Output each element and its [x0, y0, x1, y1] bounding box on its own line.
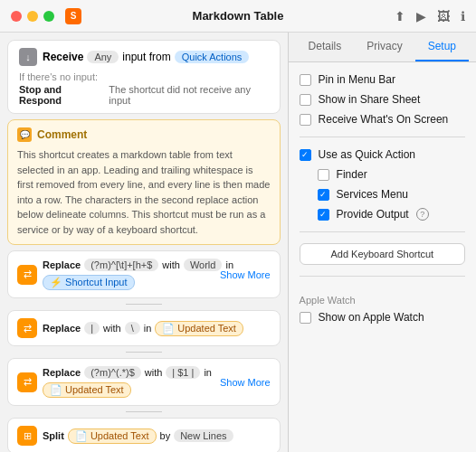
divider-setup-1: [300, 137, 465, 137]
comment-label: Comment: [37, 128, 87, 141]
details-panel: Details Privacy Setup Pin in Menu Bar Sh…: [289, 33, 476, 452]
apple-watch-checkbox[interactable]: [300, 312, 311, 324]
receive-row: Receive Any input from Quick Actions: [43, 51, 249, 63]
no-input-action: Stop and Respond: [19, 84, 103, 106]
quick-action-checkbox[interactable]: ✓: [300, 149, 311, 161]
replace-content-2: Replace | with \ in 📄 Updated Text: [43, 321, 271, 336]
show-share-sheet-label: Show in Share Sheet: [319, 93, 421, 106]
info-icon[interactable]: ℹ: [461, 9, 465, 24]
tab-privacy[interactable]: Privacy: [354, 33, 414, 61]
add-keyboard-shortcut-button[interactable]: Add Keyboard Shortcut: [300, 243, 465, 265]
finder-checkbox[interactable]: [318, 169, 329, 181]
no-input-label: If there's no input:: [19, 71, 269, 82]
minimize-button[interactable]: [27, 11, 38, 22]
receive-screen-label: Receive What's On Screen: [319, 113, 449, 126]
receive-icon: ↓: [19, 48, 37, 66]
finder-label: Finder: [337, 168, 367, 181]
comment-icon: 💬: [17, 127, 32, 142]
workflow-panel: ↓ Receive Any input from Quick Actions I…: [0, 33, 289, 452]
show-more-3[interactable]: Show More: [220, 377, 271, 388]
no-input-text: The shortcut did not receive any input: [109, 84, 268, 106]
receive-label: Receive: [43, 51, 83, 63]
replace-icon-2: ⇄: [17, 318, 37, 338]
replace-action-1: ⇄ Replace (?m)^[\t]+[h+$ with World in ⚡…: [7, 250, 281, 298]
replace-icon-3: ⇄: [17, 372, 37, 392]
services-menu-label: Services Menu: [337, 188, 408, 201]
show-share-sheet-checkbox[interactable]: [300, 94, 311, 106]
replace-icon-1: ⇄: [17, 265, 37, 285]
replace-action-3: ⇄ Replace (?m)^(.*)$ with | $1 | in 📄 Up…: [7, 358, 281, 406]
tab-bar: Details Privacy Setup: [289, 33, 476, 62]
comment-header: 💬 Comment: [17, 127, 271, 142]
photo-icon[interactable]: 🖼: [437, 9, 450, 24]
comment-text: This shortcut creates a markdown table f…: [17, 147, 271, 237]
finder-option: Finder: [318, 168, 465, 181]
divider-1: [7, 304, 281, 305]
app-icon: S: [65, 8, 81, 24]
split-content: Split 📄 Updated Text by New Lines: [43, 428, 271, 444]
provide-output-checkbox[interactable]: ✓: [318, 209, 329, 221]
split-action: ⊞ Split 📄 Updated Text by New Lines: [7, 418, 281, 452]
pin-menu-bar-option: Pin in Menu Bar: [300, 73, 465, 86]
provide-output-help-icon[interactable]: ?: [416, 208, 429, 221]
share-icon[interactable]: ⬆: [395, 9, 405, 24]
apple-watch-label: Show on Apple Watch: [319, 311, 424, 324]
divider-2: [7, 352, 281, 353]
receive-screen-option: Receive What's On Screen: [300, 113, 465, 126]
close-button[interactable]: [11, 11, 22, 22]
divider-setup-2: [300, 231, 465, 232]
setup-content: Pin in Menu Bar Show in Share Sheet Rece…: [289, 62, 476, 334]
input-from-text: input from: [122, 51, 170, 63]
play-icon[interactable]: ▶: [416, 9, 426, 24]
titlebar: S Markdown Table ⬆ ▶ 🖼 ℹ: [0, 0, 476, 33]
titlebar-actions: ⬆ ▶ 🖼 ℹ: [395, 9, 465, 24]
services-menu-checkbox[interactable]: ✓: [318, 189, 329, 201]
receive-screen-checkbox[interactable]: [300, 114, 311, 126]
apple-watch-section: Apple Watch Show on Apple Watch: [300, 291, 465, 324]
divider-3: [7, 411, 281, 412]
pin-menu-bar-checkbox[interactable]: [300, 74, 311, 86]
traffic-lights: [11, 11, 54, 22]
main-layout: ↓ Receive Any input from Quick Actions I…: [0, 33, 476, 452]
apple-watch-option: Show on Apple Watch: [300, 311, 465, 324]
receive-source-pill[interactable]: Quick Actions: [175, 51, 250, 63]
receive-any-pill[interactable]: Any: [87, 51, 119, 63]
provide-output-label: Provide Output: [337, 208, 409, 221]
window-title: Markdown Table: [89, 9, 387, 23]
replace-action-2: ⇄ Replace | with \ in 📄 Updated Text: [7, 310, 281, 346]
quick-action-option: ✓ Use as Quick Action: [300, 148, 465, 161]
tab-setup[interactable]: Setup: [415, 33, 469, 61]
tab-details[interactable]: Details: [296, 33, 355, 61]
maximize-button[interactable]: [43, 11, 54, 22]
divider-setup-3: [300, 276, 465, 277]
pin-menu-bar-label: Pin in Menu Bar: [319, 73, 395, 86]
receive-action: ↓ Receive Any input from Quick Actions I…: [7, 40, 281, 114]
quick-action-label: Use as Quick Action: [319, 148, 415, 161]
services-menu-option: ✓ Services Menu: [318, 188, 465, 201]
comment-block: 💬 Comment This shortcut creates a markdo…: [7, 119, 281, 245]
split-icon: ⊞: [17, 426, 37, 446]
apple-watch-header: Apple Watch: [300, 295, 465, 306]
provide-output-option: ✓ Provide Output ?: [318, 208, 465, 221]
show-more-1[interactable]: Show More: [220, 269, 271, 280]
show-share-sheet-option: Show in Share Sheet: [300, 93, 465, 106]
